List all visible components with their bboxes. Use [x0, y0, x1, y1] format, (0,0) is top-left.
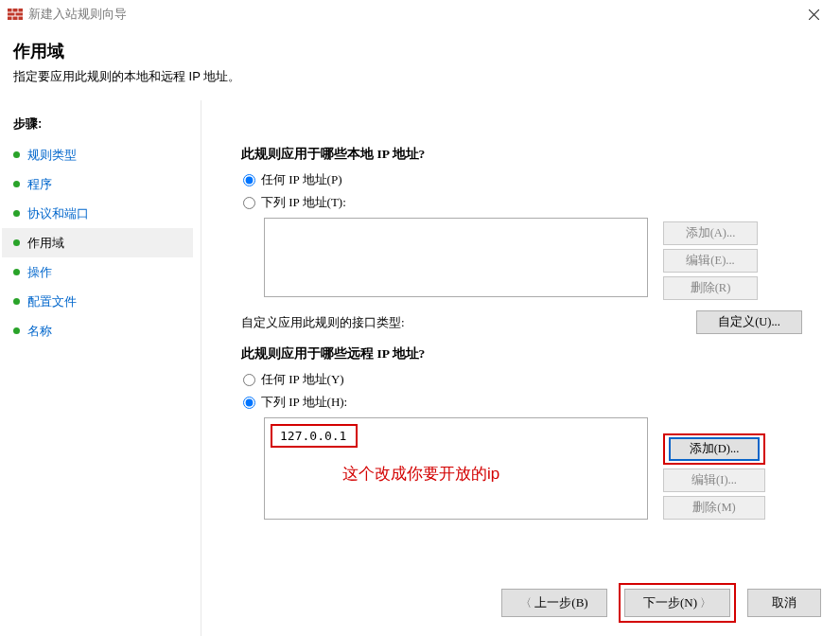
wizard-header: 作用域 指定要应用此规则的本地和远程 IP 地址。	[0, 28, 840, 100]
step-rule-type[interactable]: 规则类型	[2, 140, 193, 169]
main-panel: 此规则应用于哪些本地 IP 地址? 任何 IP 地址(P) 下列 IP 地址(T…	[201, 100, 840, 636]
local-ip-title: 此规则应用于哪些本地 IP 地址?	[241, 146, 819, 163]
local-ip-listbox[interactable]	[264, 218, 648, 297]
step-label: 协议和端口	[27, 205, 89, 222]
bullet-icon	[13, 210, 20, 217]
back-label: 上一步(B)	[534, 594, 587, 611]
bullet-icon	[13, 181, 20, 187]
annotation-highlight-add: 添加(D)...	[663, 433, 765, 465]
steps-heading: 步骤:	[2, 112, 193, 140]
radio-label: 下列 IP 地址(H):	[261, 394, 347, 411]
wizard-footer: 〈 上一步(B) 下一步(N) 〉 取消	[501, 583, 821, 623]
cancel-button[interactable]: 取消	[747, 589, 821, 617]
step-program[interactable]: 程序	[2, 169, 193, 199]
step-label: 程序	[27, 176, 52, 193]
remote-edit-button[interactable]: 编辑(I)...	[663, 468, 765, 492]
step-scope[interactable]: 作用域	[2, 228, 193, 257]
step-protocol-ports[interactable]: 协议和端口	[2, 199, 193, 228]
radio-remote-any[interactable]	[243, 374, 255, 386]
next-button[interactable]: 下一步(N) 〉	[624, 589, 730, 617]
page-subtitle: 指定要应用此规则的本地和远程 IP 地址。	[13, 68, 825, 85]
step-label: 规则类型	[27, 147, 77, 164]
local-any-ip-radio[interactable]: 任何 IP 地址(P)	[241, 168, 819, 191]
remote-buttons: 添加(D)... 编辑(I)... 删除(M)	[663, 433, 765, 520]
next-label: 下一步(N)	[643, 594, 697, 611]
customize-button[interactable]: 自定义(U)...	[696, 310, 802, 334]
bullet-icon	[13, 239, 20, 246]
radio-remote-these[interactable]	[243, 397, 255, 409]
local-buttons: 添加(A)... 编辑(E)... 删除(R)	[663, 221, 758, 300]
customize-label: 自定义应用此规则的接口类型:	[241, 314, 405, 331]
local-these-ip-radio[interactable]: 下列 IP 地址(T):	[241, 191, 819, 214]
firewall-icon	[8, 7, 23, 22]
remote-remove-button[interactable]: 删除(M)	[663, 496, 765, 520]
remote-any-ip-radio[interactable]: 任何 IP 地址(Y)	[241, 368, 819, 391]
local-add-button[interactable]: 添加(A)...	[663, 221, 758, 245]
remote-ip-title: 此规则应用于哪些远程 IP 地址?	[241, 345, 819, 362]
window-title: 新建入站规则向导	[28, 6, 127, 23]
annotation-hint: 这个改成你要开放的ip	[342, 463, 645, 485]
radio-local-any[interactable]	[243, 174, 255, 186]
step-action[interactable]: 操作	[2, 257, 193, 287]
radio-label: 任何 IP 地址(P)	[261, 171, 341, 188]
local-remove-button[interactable]: 删除(R)	[663, 276, 758, 300]
bullet-icon	[13, 269, 20, 275]
step-label: 名称	[27, 323, 52, 340]
remote-ip-entry[interactable]: 127.0.0.1	[271, 424, 358, 448]
close-button[interactable]	[795, 1, 832, 27]
remote-add-button[interactable]: 添加(D)...	[669, 437, 760, 461]
radio-label: 任何 IP 地址(Y)	[261, 371, 344, 388]
step-profile[interactable]: 配置文件	[2, 287, 193, 316]
annotation-highlight-next: 下一步(N) 〉	[619, 583, 736, 623]
radio-local-these[interactable]	[243, 197, 255, 209]
step-label: 操作	[27, 264, 52, 281]
local-edit-button[interactable]: 编辑(E)...	[663, 249, 758, 273]
remote-these-ip-radio[interactable]: 下列 IP 地址(H):	[241, 391, 819, 414]
titlebar: 新建入站规则向导	[0, 0, 840, 28]
step-label: 作用域	[27, 235, 64, 252]
steps-sidebar: 步骤: 规则类型 程序 协议和端口 作用域 操作	[0, 100, 201, 636]
bullet-icon	[13, 298, 20, 305]
page-title: 作用域	[13, 40, 825, 62]
bullet-icon	[13, 151, 20, 158]
bullet-icon	[13, 327, 20, 334]
step-name[interactable]: 名称	[2, 316, 193, 345]
radio-label: 下列 IP 地址(T):	[261, 194, 346, 211]
back-button[interactable]: 〈 上一步(B)	[501, 589, 607, 617]
step-label: 配置文件	[27, 293, 77, 310]
chevron-right-icon: 〉	[697, 595, 711, 611]
remote-ip-listbox[interactable]: 127.0.0.1 这个改成你要开放的ip	[264, 417, 648, 520]
chevron-left-icon: 〈	[520, 595, 534, 611]
